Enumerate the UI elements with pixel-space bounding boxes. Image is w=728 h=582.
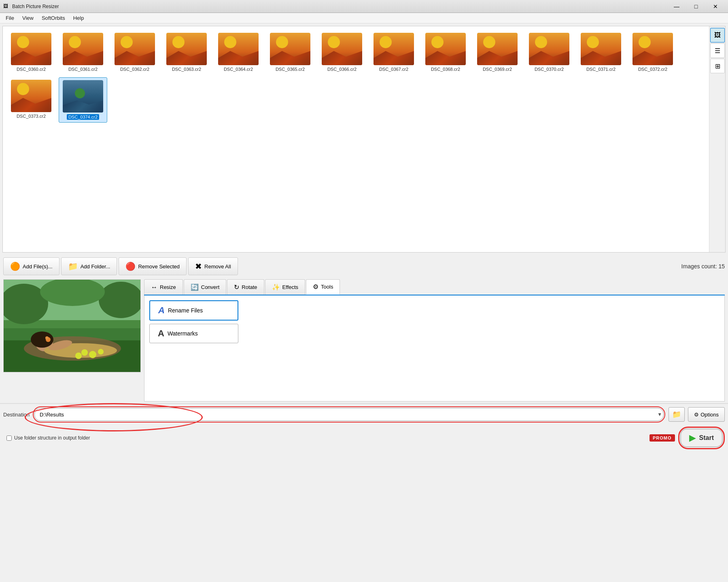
menu-file[interactable]: File xyxy=(2,13,18,23)
watermarks-button[interactable]: A Watermarks xyxy=(149,324,238,343)
file-name: DSC_0370.cr2 xyxy=(535,67,564,72)
file-name: DSC_0360.cr2 xyxy=(17,67,46,72)
file-thumbnail xyxy=(63,33,103,65)
tab-rotate[interactable]: ↻ Rotate xyxy=(227,279,264,295)
start-button-wrapper: ▶ Start xyxy=(678,427,725,449)
checkbox-row: Use folder structure in output folder xyxy=(3,433,93,442)
menu-softorbits[interactable]: SoftOrbits xyxy=(38,13,69,23)
file-item[interactable]: DSC_0363.cr2 xyxy=(162,30,211,74)
options-label: Options xyxy=(700,412,719,418)
grid-view-btn[interactable]: 🖼 xyxy=(710,28,725,42)
add-folder-icon: 📁 xyxy=(68,261,78,271)
file-item[interactable]: DSC_0369.cr2 xyxy=(473,30,522,74)
file-thumbnail xyxy=(166,33,207,65)
file-grid: DSC_0360.cr2DSC_0361.cr2DSC_0362.cr2DSC_… xyxy=(3,26,709,252)
file-name: DSC_0361.cr2 xyxy=(68,67,98,72)
file-name: DSC_0374.cr2 xyxy=(67,114,99,120)
remove-all-button[interactable]: ✖ Remove All xyxy=(188,257,238,275)
destination-bar: Destination ▼ 📁 ⚙ Options xyxy=(0,404,728,425)
resize-icon: ↔ xyxy=(151,284,157,291)
file-name: DSC_0365.cr2 xyxy=(276,67,305,72)
destination-folder-button[interactable]: 📁 xyxy=(669,407,685,422)
file-thumbnail xyxy=(322,33,362,65)
watermarks-label: Watermarks xyxy=(168,330,198,337)
options-gear-icon: ⚙ xyxy=(694,412,699,418)
file-item[interactable]: DSC_0370.cr2 xyxy=(525,30,573,74)
file-item[interactable]: DSC_0373.cr2 xyxy=(7,77,55,123)
minimize-button[interactable]: — xyxy=(667,0,686,13)
file-thumbnail xyxy=(115,33,155,65)
close-button[interactable]: ✕ xyxy=(706,0,725,13)
preview-panel xyxy=(3,279,141,372)
file-item[interactable]: DSC_0362.cr2 xyxy=(110,30,159,74)
folder-structure-label[interactable]: Use folder structure in output folder xyxy=(14,435,90,441)
tab-rotate-label: Rotate xyxy=(242,284,257,290)
rotate-icon: ↻ xyxy=(234,283,239,291)
destination-input-wrapper: ▼ xyxy=(33,406,665,423)
tools-icon: ⚙ xyxy=(313,283,318,291)
options-button[interactable]: ⚙ Options xyxy=(688,407,725,422)
svg-point-17 xyxy=(45,336,49,340)
file-name: DSC_0367.cr2 xyxy=(379,67,408,72)
add-folder-button[interactable]: 📁 Add Folder... xyxy=(61,257,117,275)
svg-point-14 xyxy=(98,349,104,355)
file-area: DSC_0360.cr2DSC_0361.cr2DSC_0362.cr2DSC_… xyxy=(2,26,726,253)
folder-structure-checkbox[interactable] xyxy=(6,435,12,441)
destination-dropdown-button[interactable]: ▼ xyxy=(657,412,662,417)
remove-selected-label: Remove Selected xyxy=(138,263,180,270)
remove-selected-button[interactable]: 🔴 Remove Selected xyxy=(119,257,187,275)
file-name: DSC_0364.cr2 xyxy=(224,67,253,72)
file-item[interactable]: DSC_0371.cr2 xyxy=(577,30,625,74)
maximize-button[interactable]: □ xyxy=(687,0,705,13)
destination-label: Destination xyxy=(3,412,30,418)
preview-svg xyxy=(4,280,141,372)
menu-bar: File View SoftOrbits Help xyxy=(0,13,728,23)
file-thumbnail xyxy=(63,80,103,113)
add-files-icon: 🟠 xyxy=(10,261,20,271)
file-thumbnail xyxy=(11,33,51,65)
file-item[interactable]: DSC_0374.cr2 xyxy=(59,77,107,123)
tab-convert[interactable]: 🔄 Convert xyxy=(184,279,227,295)
effects-icon: ✨ xyxy=(272,283,280,291)
file-thumbnail xyxy=(529,33,569,65)
bottom-area: Destination ▼ 📁 ⚙ Options Use folder str… xyxy=(0,403,728,451)
add-files-button[interactable]: 🟠 Add File(s)... xyxy=(3,257,59,275)
lower-section: ↔ Resize 🔄 Convert ↻ Rotate ✨ Effects ⚙ xyxy=(0,278,728,403)
convert-icon: 🔄 xyxy=(191,283,199,291)
destination-input[interactable] xyxy=(34,408,664,421)
rename-files-icon: A xyxy=(158,305,165,316)
rename-files-button[interactable]: A Rename Files xyxy=(149,300,238,321)
file-item[interactable]: DSC_0364.cr2 xyxy=(214,30,263,74)
menu-view[interactable]: View xyxy=(18,13,38,23)
details-view-btn[interactable]: ⊞ xyxy=(710,59,725,73)
file-thumbnail xyxy=(581,33,621,65)
file-item[interactable]: DSC_0361.cr2 xyxy=(59,30,107,74)
menu-help[interactable]: Help xyxy=(69,13,88,23)
tab-tools[interactable]: ⚙ Tools xyxy=(306,279,340,295)
file-name: DSC_0369.cr2 xyxy=(483,67,512,72)
tab-effects-label: Effects xyxy=(282,284,299,290)
file-item[interactable]: DSC_0360.cr2 xyxy=(7,30,55,74)
file-name: DSC_0363.cr2 xyxy=(172,67,201,72)
file-thumbnail xyxy=(425,33,466,65)
file-item[interactable]: DSC_0368.cr2 xyxy=(421,30,470,74)
file-name: DSC_0368.cr2 xyxy=(431,67,460,72)
tab-resize[interactable]: ↔ Resize xyxy=(144,279,183,295)
tab-effects[interactable]: ✨ Effects xyxy=(265,279,306,295)
file-item[interactable]: DSC_0366.cr2 xyxy=(318,30,366,74)
file-item[interactable]: DSC_0372.cr2 xyxy=(628,30,677,74)
app-icon: 🖼 xyxy=(3,3,10,10)
list-view-btn[interactable]: ☰ xyxy=(710,43,725,58)
title-bar-text: Batch Picture Resizer xyxy=(12,4,667,9)
file-thumbnail xyxy=(632,33,673,65)
title-bar-controls: — □ ✕ xyxy=(667,0,725,13)
start-button[interactable]: ▶ Start xyxy=(680,429,723,447)
images-count: Images count: 15 xyxy=(681,263,725,270)
file-name: DSC_0373.cr2 xyxy=(17,114,46,119)
file-item[interactable]: DSC_0367.cr2 xyxy=(369,30,418,74)
remove-all-icon: ✖ xyxy=(195,261,202,271)
svg-point-12 xyxy=(81,349,88,356)
file-item[interactable]: DSC_0365.cr2 xyxy=(266,30,314,74)
tab-content: A Rename Files A Watermarks xyxy=(144,295,725,401)
file-thumbnail xyxy=(270,33,310,65)
